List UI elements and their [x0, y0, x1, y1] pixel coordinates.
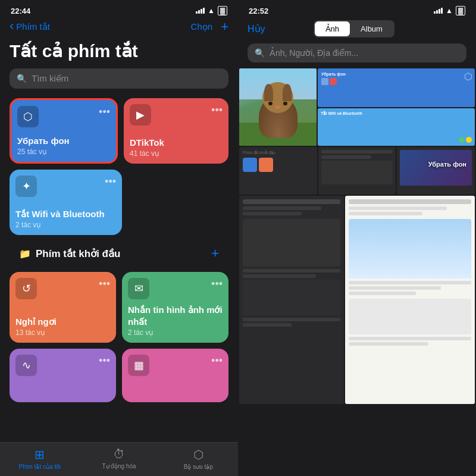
- card-top-6: ∿ •••: [15, 355, 110, 376]
- card-tasks-3: 2 tác vụ: [15, 221, 116, 229]
- photo-dark-2[interactable]: [318, 147, 396, 195]
- shortcut-card-pink[interactable]: ▦ •••: [122, 349, 228, 402]
- tab-icon-tu-dong: ⏱: [113, 447, 125, 461]
- signal-icon: [196, 8, 205, 14]
- shortcut-card-nhan[interactable]: ✉ ••• Nhắn tin hình ảnh mới nhất 2 tác v…: [122, 272, 228, 343]
- right-search-placeholder: Ảnh, Người, Địa điểm...: [270, 48, 358, 58]
- time-right: 22:52: [249, 7, 268, 15]
- search-icon: 🔍: [17, 74, 27, 83]
- nav-bar-left: Phím tắt Chọn +: [0, 18, 238, 38]
- card-top-1: ⬡ •••: [17, 106, 110, 127]
- folder-icon: 📁: [19, 248, 31, 259]
- card-menu-4[interactable]: •••: [99, 278, 110, 290]
- shortcut-card-nghi[interactable]: ↺ ••• Nghỉ ngơi 13 tác vụ: [10, 272, 116, 343]
- card-top-4: ↺ •••: [15, 278, 110, 299]
- shortcuts-row-4: ∿ ••• ▦ •••: [10, 349, 228, 402]
- photo-dark-1[interactable]: Phím tắt khởi đầu: [239, 147, 317, 195]
- segmented-control: Ảnh Album: [314, 20, 394, 37]
- card-info-1: Убрать фон 25 tác vụ: [17, 135, 110, 156]
- card-menu-1[interactable]: •••: [99, 106, 110, 118]
- section-add-button[interactable]: +: [211, 246, 219, 261]
- status-bar-left: 22:44 ▲ ▓: [0, 0, 238, 18]
- photo-dark-3[interactable]: [397, 147, 475, 195]
- section-title-row: 📁 Phím tắt khởi đầu: [19, 248, 120, 260]
- card-icon-4: ↺: [15, 278, 37, 299]
- chon-button[interactable]: Chọn: [191, 21, 213, 32]
- nav-actions: Chọn +: [191, 20, 228, 33]
- left-panel: 22:44 ▲ ▓ Phím tắt Chọn + Tất cả phím tắ…: [0, 0, 238, 476]
- card-tasks-5: 2 tác vụ: [128, 328, 223, 337]
- shortcut-card-ubrать-фон[interactable]: ⬡ ••• Убрать фон 25 tác vụ: [10, 98, 118, 164]
- add-button[interactable]: +: [221, 20, 228, 33]
- photo-row-mid: Phím tắt khởi đầu: [238, 147, 476, 195]
- tab-label-phim-tat: Phím tắt của tôi: [18, 464, 60, 470]
- photo-thumb-wifi[interactable]: Tắt Wifi và Bluetooth: [318, 108, 475, 146]
- tab-icon-phim-tat: ⊞: [35, 447, 45, 462]
- card-info-3: Tắt Wifi và Bluetooth 2 tác vụ: [15, 208, 116, 230]
- search-placeholder: Tìm kiếm: [32, 73, 68, 84]
- tab-tu-dong-hoa[interactable]: ⏱ Tự động hóa: [79, 447, 158, 470]
- photo-blurred-2[interactable]: [345, 196, 475, 404]
- card-tasks-4: 13 tác vụ: [15, 328, 110, 337]
- photo-grid-area: Убрать фон ⬡ Tắt Wifi và Bluetooth: [238, 68, 476, 476]
- shortcuts-grid: ⬡ ••• Убрать фон 25 tác vụ ▶ ••• DTikTok…: [0, 98, 238, 476]
- status-bar-right: 22:52 ▲ ▓: [238, 0, 476, 18]
- card-name-2: DTikTok: [130, 137, 223, 149]
- back-button[interactable]: Phím tắt: [10, 21, 50, 33]
- seg-album[interactable]: Album: [350, 21, 393, 36]
- card-name-1: Убрать фон: [17, 135, 110, 147]
- card-tasks-1: 25 tác vụ: [17, 148, 110, 156]
- wifi-icon-right: ▲: [446, 7, 453, 15]
- section-header: 📁 Phím tắt khởi đầu +: [10, 241, 228, 266]
- tab-bo-suu-tap[interactable]: ⬡ Bộ sưu tập: [159, 447, 238, 470]
- card-menu-7[interactable]: •••: [211, 355, 223, 367]
- tab-label-bo-suu: Bộ sưu tập: [184, 464, 213, 470]
- card-icon-6: ∿: [15, 355, 37, 376]
- photo-row-bottom: [238, 196, 476, 404]
- card-top-2: ▶ •••: [130, 104, 223, 126]
- photo-col-right: Убрать фон ⬡ Tắt Wifi và Bluetooth: [318, 68, 475, 146]
- huy-button[interactable]: Hủy: [248, 23, 265, 35]
- card-top-7: ▦ •••: [128, 355, 223, 376]
- card-icon-7: ▦: [128, 355, 149, 376]
- shortcuts-row-1: ⬡ ••• Убрать фон 25 tác vụ ▶ ••• DTikTok…: [10, 98, 228, 164]
- card-menu-3[interactable]: •••: [105, 176, 116, 188]
- card-name-5: Nhắn tin hình ảnh mới nhất: [128, 304, 223, 327]
- shortcut-card-dtiktok[interactable]: ▶ ••• DTikTok 41 tác vụ: [124, 98, 228, 164]
- card-menu-5[interactable]: •••: [211, 278, 223, 290]
- right-search-bar[interactable]: 🔍 Ảnh, Người, Địa điểm...: [248, 43, 466, 62]
- page-title: Tất cả phím tắt: [0, 38, 238, 68]
- card-icon-2: ▶: [130, 104, 151, 126]
- tab-phim-tat[interactable]: ⊞ Phím tắt của tôi: [0, 447, 79, 470]
- tab-bar: ⊞ Phím tắt của tôi ⏱ Tự động hóa ⬡ Bộ sư…: [0, 442, 238, 476]
- photo-row-top: Убрать фон ⬡ Tắt Wifi và Bluetooth: [238, 68, 476, 146]
- overlay-label: Убрать фон: [428, 161, 466, 168]
- card-icon-1: ⬡: [17, 106, 39, 127]
- time-left: 22:44: [11, 7, 30, 15]
- search-bar[interactable]: 🔍 Tìm kiếm: [10, 68, 228, 89]
- status-icons-left: ▲ ▓: [196, 6, 227, 15]
- signal-icon-right: [434, 8, 443, 14]
- status-icons-right: ▲ ▓: [434, 6, 465, 15]
- card-menu-6[interactable]: •••: [99, 355, 110, 367]
- photo-quokka[interactable]: [239, 68, 317, 146]
- tab-icon-bo-suu: ⬡: [193, 447, 203, 462]
- card-info-4: Nghỉ ngơi 13 tác vụ: [15, 316, 110, 337]
- wifi-icon: ▲: [208, 7, 215, 15]
- card-top-5: ✉ •••: [128, 278, 223, 299]
- shortcuts-row-3: ↺ ••• Nghỉ ngơi 13 tác vụ ✉ ••• Nhắn tin…: [10, 272, 228, 343]
- photo-blurred-1[interactable]: [239, 196, 344, 404]
- shortcut-card-wifi[interactable]: ✦ ••• Tắt Wifi và Bluetooth 2 tác vụ: [10, 170, 122, 235]
- card-tasks-2: 41 tác vụ: [130, 149, 223, 158]
- card-icon-5: ✉: [128, 278, 149, 299]
- card-top-3: ✦ •••: [15, 176, 116, 197]
- battery-icon: ▓: [218, 6, 227, 15]
- card-icon-3: ✦: [15, 176, 37, 197]
- shortcut-card-purple[interactable]: ∿ •••: [10, 349, 116, 402]
- shortcuts-row-2: ✦ ••• Tắt Wifi và Bluetooth 2 tác vụ: [10, 170, 228, 235]
- right-search-icon: 🔍: [255, 48, 265, 58]
- card-menu-2[interactable]: •••: [211, 104, 223, 117]
- photo-thumb-ubrat[interactable]: Убрать фон ⬡: [318, 68, 475, 107]
- card-info-2: DTikTok 41 tác vụ: [130, 137, 223, 158]
- seg-anh[interactable]: Ảnh: [315, 21, 350, 36]
